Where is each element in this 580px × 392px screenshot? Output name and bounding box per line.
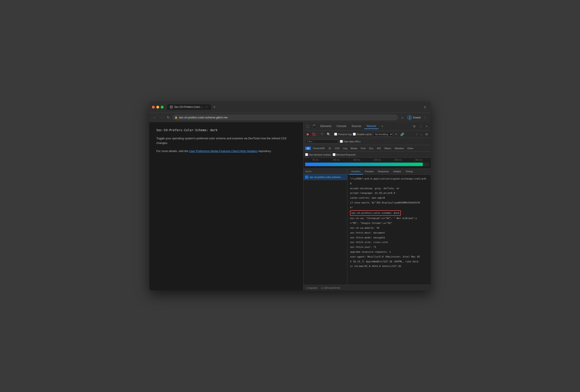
- tab-more[interactable]: »: [379, 124, 385, 129]
- type-img[interactable]: Img: [342, 147, 349, 150]
- throttle-chevron[interactable]: ▼: [394, 132, 398, 136]
- minimize-button[interactable]: [156, 106, 159, 108]
- address-bar-wrap: 🔒: [172, 114, 398, 120]
- disable-cache-input[interactable]: [353, 133, 356, 136]
- disable-cache-checkbox[interactable]: Disable cache: [353, 133, 372, 136]
- devtools-device-icon[interactable]: 📱: [311, 124, 317, 129]
- download-button[interactable]: ↓: [420, 132, 423, 136]
- tab-console[interactable]: Console: [334, 124, 348, 129]
- header-line-1: accept-encoding: gzip, deflate, br: [350, 186, 428, 191]
- import-har-button[interactable]: 🔗: [400, 132, 405, 136]
- request-list: Name sec-ch-prefers-color-scheme...: [303, 169, 347, 285]
- page-para-1: Toggle your operating system's preferred…: [156, 136, 296, 145]
- timeline-label-1: 50 ms: [305, 159, 326, 161]
- type-all[interactable]: All: [305, 147, 311, 150]
- header-line-4b: k": [350, 205, 428, 210]
- throttle-select[interactable]: No throttling Fast 3G Slow 3G: [373, 132, 393, 136]
- header-line-9: sec-fetch-site: cross-site: [350, 240, 428, 245]
- devtools-close-icon[interactable]: ×: [425, 124, 429, 129]
- type-wasm[interactable]: Wasm: [383, 147, 393, 150]
- window-actions: ⊙: [422, 104, 428, 110]
- profile-label: Guest: [413, 116, 421, 119]
- timeline-label-3: 150 ms: [346, 159, 367, 161]
- type-manifest[interactable]: Manifest: [393, 147, 406, 150]
- address-input[interactable]: [172, 114, 398, 120]
- blocked-filter-bar: Has blocked cookies Blocked Requests: [303, 152, 431, 158]
- tab-title: Sec-CH-Prefers-Color-Schem...: [174, 105, 204, 108]
- tab-network[interactable]: Network: [364, 124, 378, 129]
- filter-bar: Hide data URLs: [303, 138, 431, 145]
- devtools-inspect-icon[interactable]: ⬚: [305, 124, 310, 129]
- forward-button[interactable]: →: [159, 115, 164, 120]
- search-button[interactable]: 🔍: [326, 132, 331, 136]
- filter-input[interactable]: [305, 140, 338, 143]
- header-line-highlighted: sec-ch-prefers-color-scheme: dark: [350, 210, 428, 216]
- requests-count: 1 requests: [306, 287, 317, 289]
- headers-content: */\u200b*;q=0.8,application/signed-excha…: [347, 175, 431, 271]
- tab-close-button[interactable]: ×: [205, 106, 208, 108]
- hide-data-urls-input[interactable]: [340, 140, 343, 143]
- network-settings-icon[interactable]: ⚙: [424, 132, 429, 136]
- hide-data-urls-checkbox[interactable]: Hide data URLs: [340, 140, 361, 143]
- headers-tab-response[interactable]: Response: [376, 169, 391, 175]
- clear-button[interactable]: 🚫: [311, 132, 317, 136]
- reload-button[interactable]: ↻: [166, 114, 171, 120]
- tab-favicon: [170, 105, 173, 108]
- blocked-requests-checkbox[interactable]: Blocked Requests: [333, 153, 356, 156]
- headers-tab-initiator[interactable]: Initiator: [391, 169, 403, 175]
- maximize-button[interactable]: [161, 106, 163, 108]
- back-button[interactable]: ←: [152, 115, 157, 120]
- type-js[interactable]: JS: [327, 147, 333, 150]
- type-filter-bar: All Fetch/XHR JS CSS Img Media Font Doc …: [303, 145, 431, 152]
- cast-icon[interactable]: ▷: [400, 114, 406, 121]
- devtools-more-icon[interactable]: ⋮: [418, 124, 424, 129]
- headers-scroll[interactable]: */\u200b*;q=0.8,application/signed-excha…: [347, 175, 431, 285]
- nav-bar: ← → ↻ 🔒 ▷ 👤 Guest ⋮: [149, 112, 431, 122]
- preserve-log-checkbox[interactable]: Preserve log: [334, 133, 352, 136]
- filter-toggle-button[interactable]: ⛉: [320, 132, 324, 136]
- hide-data-urls-label: Hide data URLs: [343, 140, 361, 143]
- page-link[interactable]: User Preference Media Features Client Hi…: [189, 149, 258, 153]
- headers-tab-bar: Headers Preview Response Initiator Timin…: [347, 169, 431, 175]
- request-item-icon: [305, 176, 308, 179]
- timeline-label-2: 100 ms: [326, 159, 346, 161]
- browser-tab[interactable]: Sec-CH-Prefers-Color-Schem... ×: [167, 104, 211, 110]
- blocked-requests-input[interactable]: [333, 153, 335, 156]
- request-item[interactable]: sec-ch-prefers-color-scheme...: [303, 174, 347, 180]
- new-tab-button[interactable]: +: [212, 105, 217, 109]
- type-fetch-xhr[interactable]: Fetch/XHR: [311, 147, 326, 150]
- type-css[interactable]: CSS: [333, 147, 341, 150]
- header-line-8: sec-fetch-mode: navigate: [350, 235, 428, 240]
- tab-sources[interactable]: Sources: [349, 124, 363, 129]
- headers-tab-timing[interactable]: Timing: [403, 169, 415, 175]
- type-other[interactable]: Other: [406, 147, 415, 150]
- devtools-panel: ⬚ 📱 Elements Console Sources Network » ⚙…: [303, 122, 431, 291]
- traffic-lights: [152, 106, 163, 108]
- preserve-log-input[interactable]: [334, 133, 337, 136]
- window-action-icon[interactable]: ⊙: [422, 104, 428, 110]
- request-item-name: sec-ch-prefers-color-scheme...: [309, 176, 342, 179]
- type-font[interactable]: Font: [359, 147, 367, 150]
- type-doc[interactable]: Doc: [368, 147, 375, 150]
- has-blocked-cookies-checkbox[interactable]: Has blocked cookies: [305, 153, 331, 156]
- header-line-12b: X 10_15_7) AppleWebKit/537.36 (KHTML, li…: [350, 259, 428, 264]
- header-line-12: user-agent: Mozilla/5.0 (Macintosh; Inte…: [350, 254, 428, 259]
- type-ws[interactable]: WS: [375, 147, 382, 150]
- header-line-5b: ="99", "Google Chrome";v="92": [350, 221, 428, 226]
- headers-tab-preview[interactable]: Preview: [363, 169, 376, 175]
- profile-button[interactable]: 👤 Guest: [407, 115, 421, 120]
- header-line-7: sec-fetch-dest: document: [350, 230, 428, 235]
- tab-elements[interactable]: Elements: [318, 124, 333, 129]
- toolbar-separator-2: [333, 132, 333, 136]
- close-button[interactable]: [152, 106, 155, 108]
- has-blocked-cookies-input[interactable]: [305, 153, 308, 156]
- devtools-right: Headers Preview Response Initiator Timin…: [347, 169, 431, 285]
- devtools-settings-icon[interactable]: ⚙: [412, 124, 417, 129]
- record-button[interactable]: ⏺: [305, 132, 310, 136]
- header-line-3: cache-control: max-age=0: [350, 196, 428, 200]
- chrome-menu-button[interactable]: ⋮: [422, 114, 428, 121]
- type-media[interactable]: Media: [349, 147, 359, 150]
- timeline-label-4: 200 ms: [367, 159, 388, 161]
- upload-button[interactable]: ↑: [415, 132, 418, 136]
- headers-tab-headers[interactable]: Headers: [349, 169, 363, 175]
